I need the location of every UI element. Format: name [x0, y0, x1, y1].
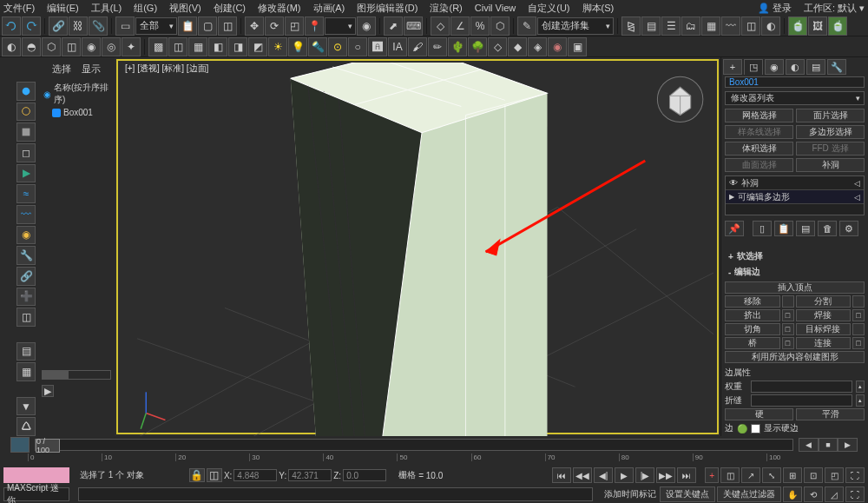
menu-script[interactable]: 脚本(S) — [582, 2, 615, 15]
smooth-button[interactable]: 平滑 — [796, 408, 865, 420]
weld-opt[interactable]: □ — [852, 309, 865, 321]
scene-tab-display[interactable]: 显示 — [82, 63, 101, 76]
insert-vertex-button[interactable]: 插入顶点 — [725, 281, 865, 294]
create-shape-button[interactable]: 利用所选内容创建图形 — [725, 351, 865, 363]
select-by-name-button[interactable]: 📋 — [178, 17, 197, 36]
sv-tool-plus[interactable]: ➕ — [16, 288, 36, 307]
material-editor-button[interactable]: ◐ — [761, 17, 780, 36]
weld-button[interactable]: 焊接 — [796, 309, 852, 321]
face-select-button[interactable]: 面片选择 — [796, 109, 865, 122]
use-pivot-button[interactable]: ◉ — [357, 17, 376, 36]
menu-render[interactable]: 渲染(R) — [430, 2, 462, 15]
tb2-light1[interactable]: ▩ — [148, 37, 168, 56]
selection-filter-dropdown[interactable]: 全部 — [135, 17, 177, 35]
nav-start[interactable]: ◀ — [799, 438, 819, 452]
move-button[interactable]: ✥ — [245, 17, 264, 36]
percent-snap-button[interactable]: % — [470, 17, 490, 36]
vpn-fov[interactable]: ◿ — [825, 486, 844, 502]
named-set-edit-button[interactable]: ✎ — [517, 17, 536, 36]
tw-opt[interactable] — [852, 323, 865, 335]
pin-stack-button[interactable]: 📌 — [725, 221, 744, 236]
goto-end-button[interactable]: ⏭ — [677, 467, 696, 483]
workspace-dropdown[interactable]: 工作区: 默认 ▾ — [804, 2, 865, 15]
maxscript-listener[interactable]: MAXScript 迷你 — [3, 487, 69, 501]
menu-modifiers[interactable]: 修改器(M) — [258, 2, 301, 15]
tb2-tool7[interactable]: ✦ — [122, 37, 141, 56]
stack-tool-1[interactable]: ▯ — [753, 221, 772, 236]
snap-toggle-button[interactable]: ◇ — [431, 17, 450, 36]
target-weld-button[interactable]: 目标焊接 — [796, 323, 852, 335]
spline-select-button[interactable]: 样条线选择 — [725, 125, 793, 139]
split-opt[interactable] — [852, 295, 865, 308]
tb2-tool3[interactable]: ⬡ — [42, 37, 61, 56]
align-button[interactable]: ▤ — [641, 17, 661, 36]
eye-icon[interactable]: 👁 — [729, 178, 738, 188]
keyboard-shortcut-button[interactable]: ⌨ — [404, 17, 423, 36]
ribbon-button[interactable]: ▦ — [701, 17, 720, 36]
extrude-button[interactable]: 挤出 — [725, 309, 780, 321]
tb2-brush1[interactable]: 🖌 — [408, 37, 427, 56]
menu-views[interactable]: 视图(V) — [169, 2, 201, 15]
redo-button[interactable] — [22, 17, 41, 36]
palette-icon[interactable]: 🟢 — [737, 424, 747, 434]
cmd-tab-create[interactable]: + — [723, 59, 742, 75]
show-hard-checkbox[interactable]: 显示硬边 — [751, 422, 799, 434]
tb2-spot[interactable]: 🔦 — [308, 37, 327, 56]
sv-funnel-button[interactable]: ▼ — [16, 397, 36, 416]
chamfer-opt[interactable]: □ — [782, 323, 794, 335]
layer-button[interactable]: ☰ — [661, 17, 681, 36]
tb2-tool4[interactable]: ◫ — [62, 37, 81, 56]
next-frame-button[interactable]: ▶▶ — [656, 467, 675, 483]
hard-button[interactable]: 硬 — [725, 408, 793, 420]
tb2-misc2[interactable]: ◆ — [508, 37, 527, 56]
login-button[interactable]: 👤 登录 — [758, 2, 792, 15]
modifier-stack[interactable]: 👁 补洞 ◁ ▶ 可编辑多边形 ◁ — [725, 175, 865, 215]
prev-key-button[interactable]: ◀| — [594, 467, 613, 483]
cmd-tab-hierarchy[interactable]: ◉ — [765, 59, 784, 75]
vpn-pan[interactable]: ✋ — [783, 486, 802, 502]
tb2-light3[interactable]: ▦ — [188, 37, 207, 56]
split-button[interactable]: 分割 — [796, 295, 852, 308]
viewport[interactable]: [+] [透视] [标准] [边面] — [115, 57, 720, 436]
sv-tool-wrench[interactable]: 🔧 — [16, 246, 36, 265]
tb2-light6[interactable]: ◩ — [248, 37, 267, 56]
set-key-button[interactable]: 设置关键点 — [660, 486, 715, 502]
placement-button[interactable]: 📍 — [305, 17, 324, 36]
menu-create[interactable]: 创建(C) — [214, 2, 246, 15]
sv-cone-button[interactable]: 🛆 — [16, 417, 36, 436]
connect-button[interactable]: 连接 — [796, 337, 852, 349]
setkey-toggle[interactable]: ◫ — [720, 467, 740, 483]
weight-stepper[interactable]: ▴ — [856, 381, 865, 393]
tb2-misc4[interactable]: ◉ — [548, 37, 567, 56]
keymode-button[interactable]: ↗ — [741, 467, 760, 483]
ffd-select-button[interactable]: FFD 选择 — [796, 142, 865, 156]
tb2-misc5[interactable]: ▣ — [568, 37, 587, 56]
sv-tool-wave2[interactable]: 〰 — [16, 205, 36, 224]
crease-input[interactable] — [751, 394, 852, 407]
add-time-tag-checkbox[interactable]: 添加时间标记 — [602, 488, 656, 500]
x-input[interactable]: 4.848 — [233, 469, 277, 481]
modifier-list-dropdown[interactable]: 修改器列表 — [725, 91, 865, 105]
tb2-misc1[interactable]: ◇ — [488, 37, 507, 56]
weight-input[interactable] — [751, 381, 852, 393]
select-cursor-button[interactable]: ▭ — [115, 17, 135, 36]
rollout-soft-select[interactable]: +软选择 — [721, 248, 868, 264]
tb2-light5[interactable]: ◨ — [228, 37, 247, 56]
sv-tool-3[interactable] — [16, 122, 36, 142]
vpnav-3[interactable]: ◰ — [825, 467, 844, 483]
key-filter-button[interactable]: 关键点过滤器 — [717, 486, 781, 502]
scene-hscroll[interactable] — [42, 370, 111, 380]
menu-group[interactable]: 组(G) — [134, 2, 157, 15]
crease-stepper[interactable]: ▴ — [856, 394, 865, 407]
rollout-edit-edge[interactable]: -编辑边 — [721, 264, 868, 280]
tb2-tool6[interactable]: ◎ — [102, 37, 121, 56]
vpn-max[interactable]: ⛶ — [845, 486, 865, 502]
nav-mid[interactable]: ■ — [819, 438, 838, 452]
scene-panel-toggle[interactable]: ▶ — [42, 385, 54, 397]
config-button[interactable]: ⚙ — [839, 221, 858, 236]
remove-button[interactable]: 移除 — [725, 295, 780, 308]
prompt-input[interactable] — [78, 487, 593, 501]
bind-button[interactable]: 📎 — [89, 17, 108, 36]
tb2-cam1[interactable]: 🅰 — [368, 37, 387, 56]
mirror-button[interactable]: ⧎ — [621, 17, 641, 36]
